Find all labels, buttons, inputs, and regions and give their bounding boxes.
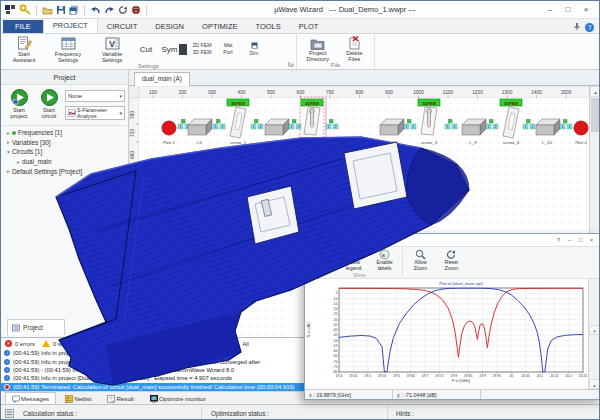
cut-button[interactable]: Cut <box>133 35 159 63</box>
separator <box>146 5 147 15</box>
start-project-button[interactable]: Startproject <box>5 89 33 119</box>
tree-item-frequencies[interactable]: ▸Frequencies [1] <box>3 128 127 138</box>
project-directory-button[interactable]: ProjectDirectory <box>299 35 336 62</box>
maximize-button[interactable]: □ <box>559 3 577 17</box>
save-settings-button[interactable] <box>241 42 267 49</box>
ribbon: StartAssistant FrequencySettings V Varia… <box>1 34 599 70</box>
ribbon-tab-plot[interactable]: PLOT <box>290 20 328 33</box>
info-icon: ↓ <box>4 375 10 381</box>
svg-text:L_9: L_9 <box>469 140 477 145</box>
plot-close-button[interactable]: × <box>586 237 597 243</box>
project-panel-header: Project <box>1 70 128 85</box>
filter-all[interactable]: All <box>242 341 248 347</box>
svg-text:L5: L5 <box>274 140 279 145</box>
tree-item-variables[interactable]: ▸Variables [30] <box>3 138 127 148</box>
svg-text:2: 2 <box>335 125 337 129</box>
svg-text:19.65: 19.65 <box>407 374 415 378</box>
fem-2d-button[interactable]: 2D FEM <box>189 43 215 48</box>
open-icon[interactable] <box>42 5 53 15</box>
log-line-text: (00:41:59) Info in project [Dual_Demo_1]… <box>13 350 217 356</box>
expander-icon[interactable]: ▸ <box>15 159 22 165</box>
world-icon[interactable] <box>131 5 141 15</box>
svg-text:2: 2 <box>569 125 571 129</box>
svg-text:S in [dB]: S in [dB] <box>306 322 311 337</box>
scroll-down-icon[interactable]: ▾ <box>589 325 600 335</box>
svg-text:L_8: L_8 <box>387 140 395 145</box>
schematic-element-port-2[interactable]: Port 2 <box>574 121 588 145</box>
save-all-icon[interactable] <box>69 5 79 15</box>
delete-files-button[interactable]: DeleteFiles <box>336 35 372 62</box>
plot-help-button[interactable]: ? <box>553 237 564 243</box>
help-icon[interactable]: ? <box>585 23 594 32</box>
pin-ribbon-icon[interactable] <box>573 22 581 32</box>
variable-settings-button[interactable]: V VariableSettings <box>91 35 133 63</box>
tree-item-circuits[interactable]: ▾Circuits [1] <box>3 147 127 157</box>
svg-text:-70: -70 <box>333 360 338 364</box>
expander-icon[interactable]: ▸ <box>5 139 12 145</box>
svg-text:Plot of [dual_main.spt]: Plot of [dual_main.spt] <box>439 281 482 286</box>
svg-text:1300: 1300 <box>502 90 513 95</box>
ribbon-tab-row: FILEPROJECTCIRCUITDESIGNOPTIMIZETOOLSPLO… <box>1 19 599 34</box>
schematic-tab-dual-main[interactable]: dual_main (A) <box>134 72 190 86</box>
show-grid-button[interactable]: Showgrid <box>307 248 338 278</box>
project-panel-tab[interactable]: Project <box>7 319 65 335</box>
scroll-up-icon[interactable]: ▴ <box>590 86 600 97</box>
expander-icon[interactable]: ▾ <box>5 149 12 155</box>
plot-window[interactable]: µWave Wizard Graph ? – □ × Showgrid Show… <box>304 233 600 400</box>
allow-zoom-button[interactable]: AllowZoom <box>405 248 436 278</box>
save-icon[interactable] <box>56 5 66 15</box>
dialog-launcher-icon[interactable] <box>288 61 294 68</box>
minimize-button[interactable]: – <box>541 3 559 17</box>
ribbon-tab-circuit[interactable]: CIRCUIT <box>98 20 146 33</box>
filter-label: information"] <box>202 341 234 347</box>
port-button[interactable]: Port <box>215 50 241 55</box>
plot-area[interactable]: 19.419.4519.519.5519.619.6519.719.7519.8… <box>305 279 600 389</box>
svg-text:20.25: 20.25 <box>579 374 587 378</box>
close-button[interactable]: × <box>577 3 595 17</box>
svg-text:1500: 1500 <box>561 90 572 95</box>
undo-icon[interactable] <box>90 5 101 15</box>
warnings-count: 0 warnings <box>53 341 81 347</box>
ribbon-tab-optimize[interactable]: OPTIMIZE <box>193 20 246 33</box>
plot-window-titlebar[interactable]: µWave Wizard Graph ? – □ × <box>305 234 600 247</box>
ribbon-tab-design[interactable]: DESIGN <box>146 20 193 33</box>
svg-text:2: 2 <box>260 125 262 129</box>
tree-item-label: Circuits [1] <box>12 148 42 155</box>
dropdown-arrow-icon: ▾ <box>119 93 122 99</box>
tree-item-dual_main[interactable]: ▸dual_main <box>3 157 127 167</box>
variation-combo[interactable]: None▾ <box>65 90 125 102</box>
tree-item-default[interactable]: ▸Default Settings [Project] <box>3 166 127 176</box>
ribbon-tab-project[interactable]: PROJECT <box>43 18 98 33</box>
schematic-element-port-1[interactable]: Port 1 <box>162 121 176 145</box>
symmetry-button[interactable]: Sym <box>159 35 189 63</box>
ribbon-tab-file[interactable]: FILE <box>3 20 43 33</box>
dimension-button[interactable]: Dim <box>241 51 267 56</box>
variable-table-icon: V <box>105 36 120 51</box>
expander-icon[interactable]: ▸ <box>5 130 12 136</box>
key-icon[interactable] <box>19 4 31 15</box>
material-button[interactable]: Mat <box>215 43 241 48</box>
redo-icon[interactable] <box>104 5 115 15</box>
reset-zoom-button[interactable]: ResetZoom <box>436 248 467 278</box>
scrollbar-thumb[interactable] <box>591 98 600 132</box>
plot-scrollbar[interactable]: ▾ ▴ <box>588 279 600 389</box>
svg-text:-20: -20 <box>333 307 338 311</box>
scroll-up-icon[interactable]: ▴ <box>589 379 600 389</box>
svg-text:2: 2 <box>413 125 415 129</box>
plot-minimize-button[interactable]: – <box>564 237 575 243</box>
enable-labels-button[interactable]: a Enablelabels <box>369 248 400 278</box>
fem-3d-button[interactable]: 3D FEM <box>189 50 215 55</box>
expander-icon[interactable]: ▸ <box>5 168 12 174</box>
info-icon: ↓ <box>4 367 10 373</box>
start-assistant-button[interactable]: StartAssistant <box>3 35 45 63</box>
analysis-combo[interactable]: S-Parameter Analysis▾ <box>65 106 125 120</box>
start-circuit-button[interactable]: Startcircuit <box>35 89 63 119</box>
svg-text:20.15: 20.15 <box>550 374 558 378</box>
svg-text:2: 2 <box>298 125 300 129</box>
ribbon-tab-tools[interactable]: TOOLS <box>246 20 289 33</box>
frequency-settings-button[interactable]: FrequencySettings <box>45 35 91 63</box>
app-icon <box>5 4 16 15</box>
svg-text:2: 2 <box>532 125 534 129</box>
plot-maximize-button[interactable]: □ <box>575 237 586 243</box>
refresh-icon[interactable] <box>118 5 128 15</box>
